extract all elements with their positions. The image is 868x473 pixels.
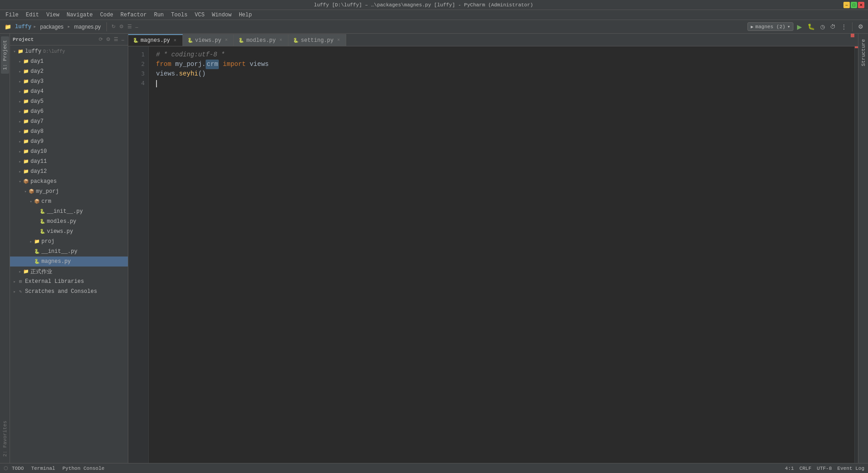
menu-navigate[interactable]: Navigate — [63, 10, 96, 20]
menu-help[interactable]: Help — [235, 10, 256, 20]
project-panel: Project ⟳ ⚙ ☰ – 📁 luffy D:\luffy — [10, 34, 128, 463]
menu-file[interactable]: File — [2, 10, 22, 20]
tree-item-day12[interactable]: 📁 day12 — [10, 166, 128, 176]
python-console-btn[interactable]: Python Console — [62, 466, 104, 471]
close-button[interactable]: ✕ — [858, 2, 864, 8]
structure-tab[interactable]: Structure — [859, 35, 868, 70]
tree-item-my-porj[interactable]: 📦 my_porj — [10, 186, 128, 196]
toolbar-gear-btn[interactable]: ⚙ — [118, 23, 125, 30]
tree-item-packages[interactable]: 📦 packages — [10, 176, 128, 186]
folder-icon-proj: 📁 — [34, 238, 40, 245]
tree-item-init-py2[interactable]: 🐍 __init__.py — [10, 247, 128, 257]
code-line-4[interactable] — [156, 79, 854, 88]
git-icon: ⬡ — [4, 465, 8, 471]
tree-item-ext-libs[interactable]: ⊞ External Libraries — [10, 277, 128, 287]
tab-close-magnes[interactable]: × — [172, 38, 178, 43]
favorites-tab[interactable]: 2: Favorites — [1, 418, 9, 459]
arrow-day5 — [17, 99, 23, 104]
run-config-selector[interactable]: ▶ magnes (2) ▾ — [747, 22, 793, 31]
tab-close-modles[interactable]: × — [278, 38, 283, 43]
tab-modles[interactable]: 🐍 modles.py × — [234, 34, 288, 46]
encoding[interactable]: UTF-8 — [817, 466, 832, 471]
project-gear-btn[interactable]: ⚙ — [105, 36, 111, 43]
arrow-day8 — [17, 129, 23, 134]
tree-item-day1[interactable]: 📁 day1 — [10, 56, 128, 66]
tree-item-day2[interactable]: 📁 day2 — [10, 66, 128, 76]
toolbar-folder-btn[interactable]: 📁 — [3, 23, 13, 31]
folder-icon-day6: 📁 — [23, 108, 29, 115]
toolbar-more-btn[interactable]: ⋮ — [839, 23, 848, 31]
tree-item-modles-py[interactable]: 🐍 modles.py — [10, 216, 128, 226]
tree-item-day3[interactable]: 📁 day3 — [10, 76, 128, 86]
tree-item-views-py[interactable]: 🐍 views.py — [10, 226, 128, 236]
run-button[interactable]: ▶ — [795, 22, 804, 31]
obj-views: views — [156, 69, 175, 79]
toolbar-file-btn[interactable]: magnes.py — [72, 23, 103, 31]
tree-item-scratches[interactable]: ✎ Scratches and Consoles — [10, 287, 128, 297]
toolbar-packages-btn[interactable]: packages — [38, 23, 65, 31]
tab-setting[interactable]: 🐍 setting.py × — [288, 34, 346, 46]
tree-item-day9[interactable]: 📁 day9 — [10, 136, 128, 146]
tree-item-luffy[interactable]: 📁 luffy D:\luffy — [10, 46, 128, 56]
line-numbers: 1 2 3 4 — [128, 46, 149, 463]
tree-item-day4[interactable]: 📁 day4 — [10, 86, 128, 96]
tree-item-init-py1[interactable]: 🐍 __init__.py — [10, 206, 128, 216]
todo-btn[interactable]: TODO — [12, 466, 24, 471]
project-sync-btn[interactable]: ⟳ — [98, 36, 104, 43]
project-collapse-btn[interactable]: – — [121, 36, 125, 43]
folder-icon-day2: 📁 — [23, 68, 29, 75]
label-day2: day2 — [30, 68, 44, 75]
event-log-btn[interactable]: Event Log — [838, 466, 864, 471]
project-tab[interactable]: 1: Project — [1, 36, 9, 74]
package-icon-packages: 📦 — [23, 178, 29, 185]
arrow-day3 — [17, 79, 23, 84]
tab-close-views[interactable]: × — [223, 38, 229, 43]
line-separator[interactable]: CRLF — [799, 466, 811, 471]
tab-close-setting[interactable]: × — [336, 38, 341, 43]
settings-btn[interactable]: ⚙ — [856, 22, 865, 31]
menu-run[interactable]: Run — [150, 10, 167, 20]
project-settings-btn[interactable]: ☰ — [113, 36, 119, 43]
menu-refactor[interactable]: Refactor — [117, 10, 151, 20]
label-day5: day5 — [30, 98, 44, 105]
debug-button[interactable]: 🐛 — [806, 22, 817, 31]
tree-item-day10[interactable]: 📁 day10 — [10, 146, 128, 156]
menu-window[interactable]: Window — [208, 10, 235, 20]
tab-magnes[interactable]: 🐍 magnes.py × — [128, 34, 183, 46]
cursor-position[interactable]: 4:1 — [785, 466, 794, 471]
folder-icon-day7: 📁 — [23, 118, 29, 125]
toolbar-minus-btn[interactable]: – — [135, 24, 139, 30]
tab-views[interactable]: 🐍 views.py × — [183, 34, 234, 46]
terminal-btn[interactable]: Terminal — [31, 466, 55, 471]
profile-button[interactable]: ⏱ — [828, 23, 838, 31]
maximize-button[interactable]: □ — [851, 2, 857, 8]
menu-code[interactable]: Code — [96, 10, 117, 20]
menu-edit[interactable]: Edit — [22, 10, 43, 20]
menu-tools[interactable]: Tools — [167, 10, 191, 20]
kw-import: import — [223, 60, 246, 69]
menu-vcs[interactable]: VCS — [191, 10, 208, 20]
bottom-bar-right: 4:1 CRLF UTF-8 Event Log — [785, 466, 864, 471]
tree-item-crm[interactable]: 📦 crm — [10, 196, 128, 206]
tree-item-day11[interactable]: 📁 day11 — [10, 156, 128, 166]
toolbar-settings-btn[interactable]: ☰ — [126, 23, 133, 30]
tree-item-zhengshi[interactable]: 📁 正式作业 — [10, 267, 128, 277]
arrow-luffy — [12, 49, 17, 54]
minimize-button[interactable]: – — [843, 2, 850, 8]
editor-area: 🐍 magnes.py × 🐍 views.py × 🐍 modles.py ×… — [128, 34, 858, 463]
tree-item-day5[interactable]: 📁 day5 — [10, 96, 128, 106]
coverage-button[interactable]: ◷ — [818, 23, 827, 31]
menu-view[interactable]: View — [43, 10, 63, 20]
tree-item-day6[interactable]: 📁 day6 — [10, 106, 128, 116]
toolbar-refresh-btn[interactable]: ↻ — [111, 23, 116, 30]
right-gutter — [854, 46, 858, 463]
code-content[interactable]: # * coding:utf-8 * from my_porj.crm impo… — [149, 46, 854, 463]
tree-item-day7[interactable]: 📁 day7 — [10, 116, 128, 126]
tree-item-day8[interactable]: 📁 day8 — [10, 126, 128, 136]
tree-item-magnes-py[interactable]: 🐍 magnes.py — [10, 257, 128, 267]
title-bar-title: luffy [D:\luffy] – …\packages\magnes.py … — [4, 2, 843, 8]
tree-item-proj[interactable]: 📁 proj — [10, 236, 128, 247]
line-num-2: 2 — [128, 60, 145, 69]
folder-icon-day8: 📁 — [23, 128, 29, 135]
code-editor[interactable]: 1 2 3 4 # * coding:utf-8 * from my_porj.… — [128, 46, 858, 463]
